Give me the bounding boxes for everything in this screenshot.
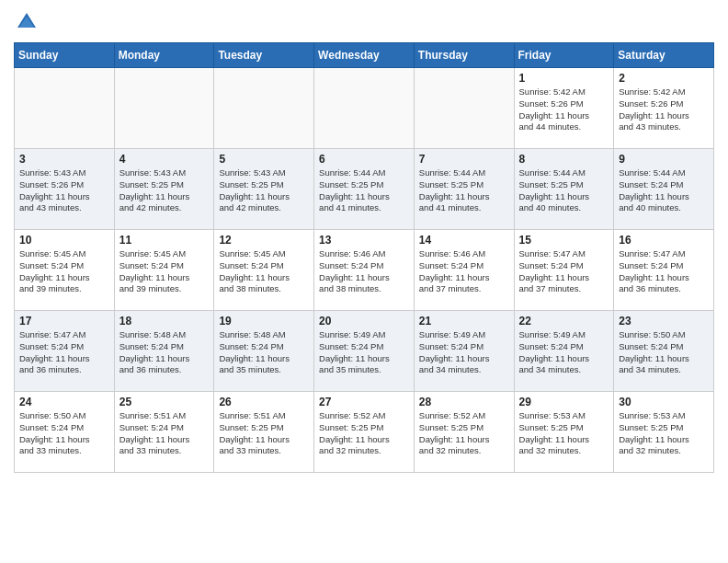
day-info: Sunrise: 5:51 AM Sunset: 5:25 PM Dayligh…	[219, 410, 309, 457]
calendar-cell: 18Sunrise: 5:48 AM Sunset: 5:24 PM Dayli…	[114, 311, 214, 392]
day-number: 5	[219, 153, 309, 166]
day-info: Sunrise: 5:47 AM Sunset: 5:24 PM Dayligh…	[19, 329, 109, 376]
day-info: Sunrise: 5:49 AM Sunset: 5:24 PM Dayligh…	[519, 329, 609, 376]
day-info: Sunrise: 5:48 AM Sunset: 5:24 PM Dayligh…	[119, 329, 210, 376]
calendar-cell: 11Sunrise: 5:45 AM Sunset: 5:24 PM Dayli…	[114, 230, 214, 311]
logo	[14, 9, 43, 35]
day-number: 7	[419, 153, 509, 166]
calendar-cell: 10Sunrise: 5:45 AM Sunset: 5:24 PM Dayli…	[15, 230, 115, 311]
calendar-cell: 21Sunrise: 5:49 AM Sunset: 5:24 PM Dayli…	[414, 311, 514, 392]
calendar-cell: 23Sunrise: 5:50 AM Sunset: 5:24 PM Dayli…	[614, 311, 714, 392]
day-number: 16	[619, 234, 709, 247]
calendar-week-row: 17Sunrise: 5:47 AM Sunset: 5:24 PM Dayli…	[15, 311, 714, 392]
day-number: 1	[519, 72, 609, 85]
day-info: Sunrise: 5:45 AM Sunset: 5:24 PM Dayligh…	[19, 248, 109, 295]
day-info: Sunrise: 5:47 AM Sunset: 5:24 PM Dayligh…	[619, 248, 709, 295]
calendar-cell: 14Sunrise: 5:46 AM Sunset: 5:24 PM Dayli…	[414, 230, 514, 311]
calendar-cell: 5Sunrise: 5:43 AM Sunset: 5:25 PM Daylig…	[214, 149, 314, 230]
day-info: Sunrise: 5:47 AM Sunset: 5:24 PM Dayligh…	[519, 248, 609, 295]
calendar-cell	[15, 68, 115, 149]
day-number: 9	[619, 153, 709, 166]
day-info: Sunrise: 5:49 AM Sunset: 5:24 PM Dayligh…	[419, 329, 509, 376]
calendar-day-header: Friday	[514, 43, 614, 68]
calendar-table: SundayMondayTuesdayWednesdayThursdayFrid…	[14, 42, 714, 473]
calendar-cell: 13Sunrise: 5:46 AM Sunset: 5:24 PM Dayli…	[314, 230, 415, 311]
calendar-day-header: Thursday	[414, 43, 514, 68]
day-info: Sunrise: 5:50 AM Sunset: 5:24 PM Dayligh…	[619, 329, 709, 376]
day-number: 2	[619, 72, 709, 85]
calendar-cell: 19Sunrise: 5:48 AM Sunset: 5:24 PM Dayli…	[214, 311, 314, 392]
day-number: 15	[519, 234, 609, 247]
day-number: 26	[219, 396, 309, 408]
day-info: Sunrise: 5:44 AM Sunset: 5:25 PM Dayligh…	[419, 167, 509, 214]
day-info: Sunrise: 5:51 AM Sunset: 5:24 PM Dayligh…	[119, 410, 210, 457]
day-number: 27	[319, 396, 409, 408]
calendar-cell: 1Sunrise: 5:42 AM Sunset: 5:26 PM Daylig…	[514, 68, 614, 149]
calendar-week-row: 10Sunrise: 5:45 AM Sunset: 5:24 PM Dayli…	[15, 230, 714, 311]
calendar-cell: 6Sunrise: 5:44 AM Sunset: 5:25 PM Daylig…	[314, 149, 415, 230]
day-info: Sunrise: 5:45 AM Sunset: 5:24 PM Dayligh…	[219, 248, 309, 295]
day-info: Sunrise: 5:52 AM Sunset: 5:25 PM Dayligh…	[419, 410, 509, 457]
calendar-cell: 20Sunrise: 5:49 AM Sunset: 5:24 PM Dayli…	[314, 311, 415, 392]
day-number: 23	[619, 315, 709, 327]
calendar-cell: 30Sunrise: 5:53 AM Sunset: 5:25 PM Dayli…	[614, 392, 714, 473]
day-number: 6	[319, 153, 409, 166]
day-info: Sunrise: 5:48 AM Sunset: 5:24 PM Dayligh…	[219, 329, 309, 376]
day-info: Sunrise: 5:44 AM Sunset: 5:25 PM Dayligh…	[319, 167, 409, 214]
day-info: Sunrise: 5:49 AM Sunset: 5:24 PM Dayligh…	[319, 329, 409, 376]
calendar-week-row: 24Sunrise: 5:50 AM Sunset: 5:24 PM Dayli…	[15, 392, 714, 473]
calendar-cell	[414, 68, 514, 149]
day-number: 17	[19, 315, 109, 327]
day-info: Sunrise: 5:50 AM Sunset: 5:24 PM Dayligh…	[19, 410, 109, 457]
day-number: 10	[19, 234, 109, 247]
calendar-cell: 15Sunrise: 5:47 AM Sunset: 5:24 PM Dayli…	[514, 230, 614, 311]
day-number: 30	[619, 396, 709, 408]
calendar-cell: 22Sunrise: 5:49 AM Sunset: 5:24 PM Dayli…	[514, 311, 614, 392]
day-number: 18	[119, 315, 210, 327]
calendar-week-row: 3Sunrise: 5:43 AM Sunset: 5:26 PM Daylig…	[15, 149, 714, 230]
day-number: 8	[519, 153, 609, 166]
header	[14, 9, 714, 35]
day-number: 25	[119, 396, 210, 408]
day-number: 22	[519, 315, 609, 327]
day-info: Sunrise: 5:43 AM Sunset: 5:26 PM Dayligh…	[19, 167, 109, 214]
calendar-week-row: 1Sunrise: 5:42 AM Sunset: 5:26 PM Daylig…	[15, 68, 714, 149]
day-number: 11	[119, 234, 210, 247]
day-info: Sunrise: 5:42 AM Sunset: 5:26 PM Dayligh…	[619, 86, 709, 133]
calendar-cell: 26Sunrise: 5:51 AM Sunset: 5:25 PM Dayli…	[214, 392, 314, 473]
calendar-day-header: Saturday	[614, 43, 714, 68]
day-info: Sunrise: 5:45 AM Sunset: 5:24 PM Dayligh…	[119, 248, 210, 295]
calendar-cell	[114, 68, 214, 149]
day-number: 12	[219, 234, 309, 247]
day-number: 20	[319, 315, 409, 327]
calendar-cell: 27Sunrise: 5:52 AM Sunset: 5:25 PM Dayli…	[314, 392, 415, 473]
calendar-day-header: Tuesday	[214, 43, 314, 68]
calendar-day-header: Monday	[114, 43, 214, 68]
day-number: 13	[319, 234, 409, 247]
day-number: 14	[419, 234, 509, 247]
logo-icon	[14, 9, 40, 35]
day-number: 29	[519, 396, 609, 408]
calendar-header-row: SundayMondayTuesdayWednesdayThursdayFrid…	[15, 43, 714, 68]
day-number: 4	[119, 153, 210, 166]
day-number: 3	[19, 153, 109, 166]
page: SundayMondayTuesdayWednesdayThursdayFrid…	[0, 0, 728, 487]
day-info: Sunrise: 5:53 AM Sunset: 5:25 PM Dayligh…	[519, 410, 609, 457]
calendar-cell: 29Sunrise: 5:53 AM Sunset: 5:25 PM Dayli…	[514, 392, 614, 473]
calendar-cell: 17Sunrise: 5:47 AM Sunset: 5:24 PM Dayli…	[15, 311, 115, 392]
day-number: 24	[19, 396, 109, 408]
day-info: Sunrise: 5:53 AM Sunset: 5:25 PM Dayligh…	[619, 410, 709, 457]
calendar-cell: 12Sunrise: 5:45 AM Sunset: 5:24 PM Dayli…	[214, 230, 314, 311]
calendar-cell: 2Sunrise: 5:42 AM Sunset: 5:26 PM Daylig…	[614, 68, 714, 149]
day-info: Sunrise: 5:44 AM Sunset: 5:24 PM Dayligh…	[619, 167, 709, 214]
day-info: Sunrise: 5:43 AM Sunset: 5:25 PM Dayligh…	[219, 167, 309, 214]
day-info: Sunrise: 5:44 AM Sunset: 5:25 PM Dayligh…	[519, 167, 609, 214]
calendar-cell: 7Sunrise: 5:44 AM Sunset: 5:25 PM Daylig…	[414, 149, 514, 230]
day-number: 19	[219, 315, 309, 327]
calendar-day-header: Sunday	[15, 43, 115, 68]
calendar-cell: 3Sunrise: 5:43 AM Sunset: 5:26 PM Daylig…	[15, 149, 115, 230]
calendar-cell: 28Sunrise: 5:52 AM Sunset: 5:25 PM Dayli…	[414, 392, 514, 473]
calendar-cell: 8Sunrise: 5:44 AM Sunset: 5:25 PM Daylig…	[514, 149, 614, 230]
calendar-day-header: Wednesday	[314, 43, 415, 68]
calendar-cell: 4Sunrise: 5:43 AM Sunset: 5:25 PM Daylig…	[114, 149, 214, 230]
